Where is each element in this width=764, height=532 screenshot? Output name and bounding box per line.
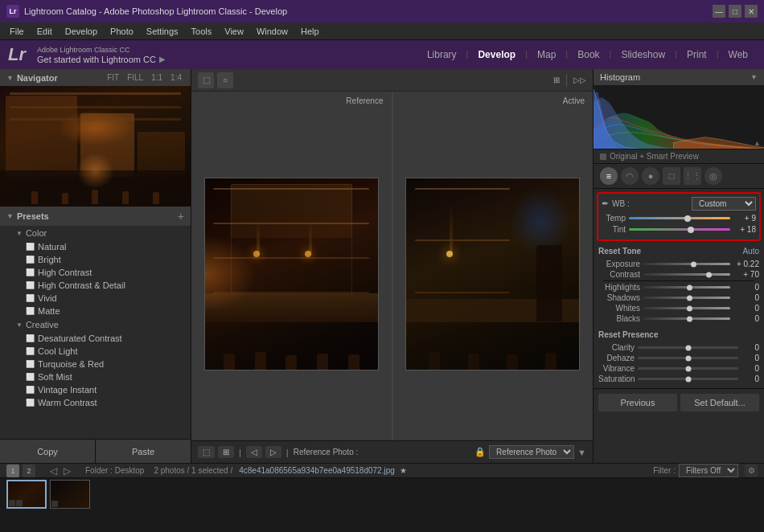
menu-item-photo[interactable]: Photo xyxy=(104,25,140,38)
auto-tone-button[interactable]: Auto xyxy=(742,247,759,256)
whites-slider[interactable] xyxy=(643,307,730,309)
temp-slider-thumb[interactable] xyxy=(684,215,691,222)
menu-item-edit[interactable]: Edit xyxy=(31,25,59,38)
exposure-thumb[interactable] xyxy=(691,261,696,267)
clarity-slider[interactable] xyxy=(638,346,738,349)
menu-item-settings[interactable]: Settings xyxy=(140,25,185,38)
nav-ratio[interactable]: 1:4 xyxy=(168,72,184,83)
preset-vintage[interactable]: ⬜ Vintage Instant xyxy=(0,383,191,396)
highlights-thumb[interactable] xyxy=(687,284,692,290)
nav-map[interactable]: Map xyxy=(529,46,564,63)
toolbar-subtitle: Adobe Lightroom Classic CC xyxy=(37,46,166,54)
vibrance-thumb[interactable] xyxy=(685,366,691,371)
copy-button[interactable]: Copy xyxy=(0,440,95,463)
preset-group-creative-header[interactable]: ▼ Creative xyxy=(0,317,191,332)
preset-cool-light[interactable]: ⬜ Cool Light xyxy=(0,345,191,358)
menu-item-window[interactable]: Window xyxy=(250,25,294,38)
preset-matte[interactable]: ⬜ Matte xyxy=(0,305,191,317)
hsl-tool[interactable]: ● xyxy=(642,167,659,185)
detail-tool[interactable]: ⋮⋮ xyxy=(684,167,701,185)
filmstrip-num-1[interactable]: 1 xyxy=(6,464,19,477)
film-thumb-1[interactable] xyxy=(6,480,47,509)
saturation-thumb[interactable] xyxy=(685,376,691,382)
set-default-button[interactable]: Set Default... xyxy=(680,394,759,411)
dehaze-thumb[interactable] xyxy=(685,355,691,361)
tint-slider-thumb[interactable] xyxy=(688,227,694,233)
preset-soft-mist[interactable]: ⬜ Soft Mist xyxy=(0,370,191,383)
view-mode-2[interactable]: ⊞ xyxy=(218,446,234,458)
highlights-slider[interactable] xyxy=(643,286,730,289)
whites-thumb[interactable] xyxy=(687,305,692,311)
spot-removal-tool[interactable]: ○ xyxy=(217,72,233,88)
fs-filter-select[interactable]: Filters Off xyxy=(679,464,738,477)
shadows-thumb[interactable] xyxy=(687,295,692,301)
nav-develop[interactable]: Develop xyxy=(470,46,524,63)
film-thumb-2[interactable] xyxy=(50,480,90,509)
add-preset-button[interactable]: + xyxy=(178,210,184,223)
minimize-button[interactable]: — xyxy=(713,5,725,18)
ref-select[interactable]: Reference Photo xyxy=(489,445,574,459)
tone-curve-tool[interactable]: ◠ xyxy=(621,167,639,185)
histogram-info: ▲ xyxy=(754,139,761,147)
preset-vint-label: Vintage Instant xyxy=(38,385,97,395)
presets-header[interactable]: ▼ Presets + xyxy=(0,207,191,226)
dehaze-slider[interactable] xyxy=(638,357,738,359)
preset-vivid[interactable]: ⬜ Vivid xyxy=(0,292,191,305)
lens-tool[interactable]: ◎ xyxy=(704,167,722,185)
vibrance-slider[interactable] xyxy=(638,367,738,370)
fs-next-icon[interactable]: ▷ xyxy=(62,465,72,477)
navigator-title: ▼ Navigator xyxy=(6,73,58,83)
nav-fit[interactable]: FIT xyxy=(105,72,121,83)
menu-item-tools[interactable]: Tools xyxy=(185,25,219,38)
reference-toggle[interactable]: ⊞ xyxy=(553,76,560,84)
contrast-slider[interactable] xyxy=(643,273,730,276)
temp-slider-track[interactable] xyxy=(629,217,730,219)
nav-slideshow[interactable]: Slideshow xyxy=(613,46,673,63)
saturation-slider[interactable] xyxy=(638,378,738,380)
navigator-header[interactable]: ▼ Navigator FIT FILL 1:1 1:4 xyxy=(0,69,191,86)
nav-web[interactable]: Web xyxy=(721,46,756,63)
color-grading-tool[interactable]: □ xyxy=(663,167,680,185)
shadows-slider[interactable] xyxy=(643,297,730,299)
preset-high-contrast[interactable]: ⬜ High Contrast xyxy=(0,266,191,279)
menu-item-help[interactable]: Help xyxy=(294,25,326,38)
nav-library[interactable]: Library xyxy=(419,46,465,63)
preset-hc-detail[interactable]: ⬜ High Contrast & Detail xyxy=(0,279,191,292)
fs-settings-icon[interactable]: ⚙ xyxy=(745,464,758,477)
menu-item-file[interactable]: File xyxy=(3,25,31,38)
paste-button[interactable]: Paste xyxy=(96,440,191,463)
preset-turquoise[interactable]: ⬜ Turquoise & Red xyxy=(0,358,191,370)
preset-group-color-header[interactable]: ▼ Color xyxy=(0,226,191,240)
clarity-thumb[interactable] xyxy=(685,345,691,350)
crop-tool[interactable]: ⬚ xyxy=(198,72,214,88)
preset-bright[interactable]: ⬜ Bright xyxy=(0,253,191,266)
basic-panel-tool[interactable]: ≡ xyxy=(600,167,618,185)
previous-button[interactable]: Previous xyxy=(598,394,677,411)
blacks-slider[interactable] xyxy=(643,317,730,320)
wb-dropdown[interactable]: Custom Auto Daylight Cloudy Shade Tungst… xyxy=(692,197,756,211)
nav-1-1[interactable]: 1:1 xyxy=(149,72,165,83)
next-btn[interactable]: ▷ xyxy=(265,446,281,458)
nav-book[interactable]: Book xyxy=(569,46,607,63)
contrast-thumb[interactable] xyxy=(706,272,712,277)
lock-icon[interactable]: 🔒 xyxy=(474,447,486,457)
tint-slider-track[interactable] xyxy=(629,228,730,231)
preset-desaturated[interactable]: ⬜ Desaturated Contrast xyxy=(0,332,191,345)
histogram-header[interactable]: Histogram ▼ xyxy=(594,69,764,85)
filmstrip-num-2[interactable]: 2 xyxy=(23,464,35,477)
prev-btn[interactable]: ◁ xyxy=(246,446,262,458)
dehaze-row: Dehaze 0 xyxy=(598,354,759,362)
menu-item-develop[interactable]: Develop xyxy=(59,25,104,38)
fs-prev-icon[interactable]: ◁ xyxy=(48,465,59,477)
nav-print[interactable]: Print xyxy=(679,46,715,63)
maximize-button[interactable]: □ xyxy=(729,5,741,18)
view-mode-1[interactable]: ⬚ xyxy=(198,446,215,458)
preset-natural[interactable]: ⬜ Natural xyxy=(0,240,191,253)
menu-item-view[interactable]: View xyxy=(218,25,250,38)
nav-fill[interactable]: FILL xyxy=(125,72,146,83)
close-button[interactable]: ✕ xyxy=(745,5,758,18)
wb-eyedropper-icon[interactable]: ✒ xyxy=(602,198,609,209)
exposure-slider[interactable] xyxy=(643,263,730,265)
blacks-thumb[interactable] xyxy=(687,316,692,321)
preset-warm-contrast[interactable]: ⬜ Warm Contrast xyxy=(0,396,191,409)
